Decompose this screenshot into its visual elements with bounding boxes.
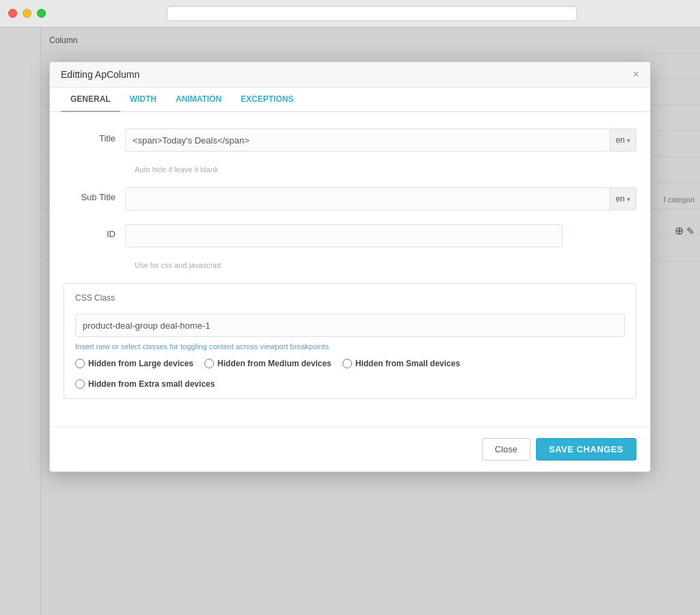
radio-hidden-large[interactable] — [75, 359, 85, 368]
modal-footer: Close SAVE CHANGES — [50, 426, 650, 472]
css-section: CSS Class Insert new or select classes f… — [64, 283, 636, 399]
tab-width[interactable]: WIDTH — [120, 87, 166, 112]
close-window-button[interactable] — [8, 9, 17, 18]
css-hint: Insert new or select classes for togglin… — [75, 342, 625, 351]
form-group-subtitle: Sub Title en ▾ — [64, 187, 636, 210]
minimize-window-button[interactable] — [23, 9, 31, 18]
radio-hidden-small[interactable] — [342, 359, 352, 368]
checkbox-hidden-large[interactable]: Hidden from Large devices — [75, 359, 193, 368]
checkbox-hidden-medium[interactable]: Hidden from Medium devices — [204, 359, 332, 368]
modal-overlay: Editting ApColumn × GENERAL WIDTH ANIMAT… — [0, 27, 700, 615]
checkbox-hidden-small[interactable]: Hidden from Small devices — [342, 359, 460, 368]
modal-dialog: Editting ApColumn × GENERAL WIDTH ANIMAT… — [49, 62, 651, 472]
subtitle-label: Sub Title — [64, 187, 125, 202]
subtitle-lang-select[interactable]: en ▾ — [610, 187, 636, 210]
radio-hidden-xsmall[interactable] — [75, 379, 85, 389]
maximize-window-button[interactable] — [37, 9, 46, 18]
css-class-label: CSS Class — [75, 293, 115, 303]
save-changes-button[interactable]: SAVE CHANGES — [536, 438, 636, 461]
css-class-input[interactable] — [75, 314, 625, 337]
background-page: Column Images Group ▾ Column Block Li...… — [0, 27, 700, 615]
tab-exceptions[interactable]: EXCEPTIONS — [231, 87, 303, 112]
modal-body: Title en ▾ Auto hide if leave it blank S… — [50, 112, 650, 426]
chevron-down-icon-2: ▾ — [627, 195, 630, 203]
title-input-group: en ▾ — [125, 128, 636, 152]
id-input[interactable] — [125, 224, 563, 247]
modal-title: Editting ApColumn — [61, 69, 139, 80]
chevron-down-icon: ▾ — [627, 137, 630, 144]
title-lang-select[interactable]: en ▾ — [610, 128, 636, 152]
form-group-title: Title en ▾ — [64, 128, 636, 152]
viewport-checkboxes: Hidden from Large devices Hidden from Me… — [75, 359, 625, 389]
title-hint: Auto hide if leave it blank — [125, 165, 636, 174]
subtitle-input[interactable] — [125, 187, 610, 210]
subtitle-input-group: en ▾ — [125, 187, 636, 210]
tab-general[interactable]: GENERAL — [61, 87, 120, 112]
close-button[interactable]: Close — [482, 438, 530, 461]
form-group-id: ID — [64, 224, 636, 247]
radio-hidden-medium[interactable] — [204, 359, 214, 368]
modal-tabs: GENERAL WIDTH ANIMATION EXCEPTIONS — [50, 87, 650, 112]
address-bar[interactable] — [167, 6, 577, 21]
modal-header: Editting ApColumn × — [50, 62, 650, 87]
title-label: Title — [64, 128, 125, 144]
checkbox-hidden-xsmall[interactable]: Hidden from Extra small devices — [75, 379, 625, 389]
id-label: ID — [64, 224, 125, 239]
titlebar — [0, 0, 700, 27]
id-hint: Use for css and javascript — [125, 261, 636, 269]
modal-close-button[interactable]: × — [633, 69, 639, 80]
tab-animation[interactable]: ANIMATION — [166, 87, 231, 112]
title-input[interactable] — [125, 128, 610, 152]
